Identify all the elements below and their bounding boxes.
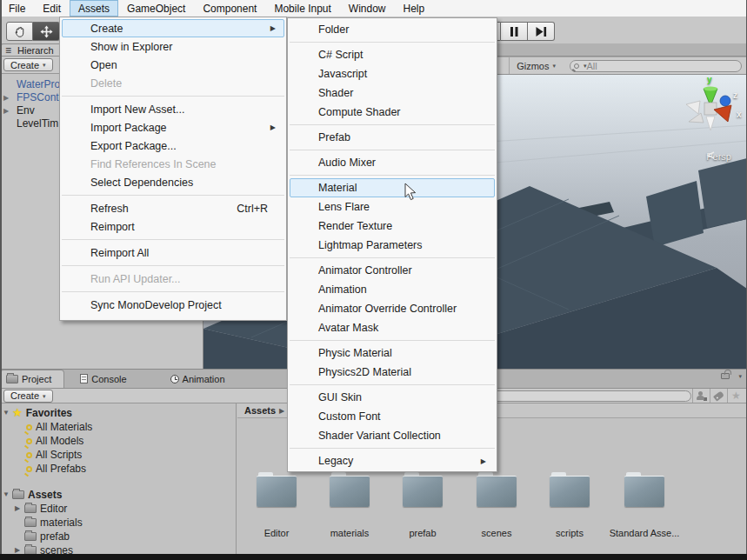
menu-separator xyxy=(62,265,284,266)
favorites-item-label: All Prefabs xyxy=(36,462,86,476)
menu-assets[interactable]: Assets xyxy=(70,0,118,17)
menu-item-label: Find References In Scene xyxy=(90,158,217,170)
menu-item-refresh[interactable]: Refresh Ctrl+R xyxy=(62,199,284,217)
menu-item-label: Avatar Mask xyxy=(318,322,378,334)
menu-item-import-new-asset[interactable]: Import New Asset... xyxy=(62,100,284,118)
menu-separator xyxy=(290,384,495,385)
foldout-closed-icon[interactable]: ▶ xyxy=(3,91,9,104)
menu-item-material[interactable]: Material xyxy=(290,178,495,197)
asset-folder-prefab[interactable]: prefab xyxy=(386,472,459,538)
menu-item-compute-shader[interactable]: Compute Shader xyxy=(290,103,495,122)
menu-item-physic-material[interactable]: Physic Material xyxy=(290,343,495,363)
menu-edit[interactable]: Edit xyxy=(34,0,70,17)
menu-item-sync-monodevelop-project[interactable]: Sync MonoDevelop Project xyxy=(62,296,284,314)
menu-item-gui-skin[interactable]: GUI Skin xyxy=(290,388,495,407)
menu-item-reimport[interactable]: Reimport xyxy=(62,217,284,236)
menu-item-label: Refresh xyxy=(90,203,129,215)
tree-item-editor[interactable]: ▶ Editor xyxy=(0,502,236,516)
asset-folder-editor[interactable]: Editor xyxy=(240,472,313,538)
menu-component[interactable]: Component xyxy=(194,0,265,17)
menu-item-csharp-script[interactable]: C# Script xyxy=(290,45,495,64)
foldout-closed-icon[interactable]: ▶ xyxy=(15,543,20,554)
menu-item-physics2d-material[interactable]: Physics2D Material xyxy=(290,363,495,382)
pause-button[interactable] xyxy=(501,22,528,41)
assets-root[interactable]: ▼ Assets xyxy=(0,488,236,502)
menu-item-folder[interactable]: Folder xyxy=(290,20,495,39)
foldout-closed-icon[interactable]: ▶ xyxy=(3,104,9,117)
breadcrumb-arrow-icon: ▶ xyxy=(279,407,284,415)
menu-item-shader-variant-collection[interactable]: Shader Variant Collection xyxy=(290,426,495,445)
menu-item-lightmap-parameters[interactable]: Lightmap Parameters xyxy=(290,236,495,255)
asset-folder-materials[interactable]: materials xyxy=(313,472,386,538)
move-tool-button[interactable] xyxy=(33,22,60,41)
menu-gameobject[interactable]: GameObject xyxy=(118,0,194,17)
panel-menu-caret-icon[interactable]: ▾ xyxy=(738,373,742,379)
orientation-gizmo[interactable]: y z x xyxy=(677,78,742,144)
asset-folder-scenes[interactable]: scenes xyxy=(460,472,533,538)
menu-window[interactable]: Window xyxy=(340,0,395,17)
menu-item-lens-flare[interactable]: Lens Flare xyxy=(290,197,495,217)
foldout-open-icon[interactable]: ▼ xyxy=(3,488,10,502)
menu-item-prefab[interactable]: Prefab xyxy=(290,128,495,147)
menu-mobile-input[interactable]: Mobile Input xyxy=(265,0,339,17)
tree-item-label: prefab xyxy=(40,530,70,543)
foldout-closed-icon[interactable]: ▶ xyxy=(15,502,20,516)
tree-item-materials[interactable]: materials xyxy=(0,516,236,530)
menu-item-label: Lens Flare xyxy=(318,201,370,213)
menu-item-open[interactable]: Open xyxy=(62,56,284,74)
menu-label: Help xyxy=(404,3,425,15)
asset-folder-scripts[interactable]: scripts xyxy=(533,472,606,538)
menu-item-custom-font[interactable]: Custom Font xyxy=(290,407,495,426)
tab-hierarchy[interactable]: ≡ Hierarch xyxy=(0,43,63,56)
menu-item-animator-override-controller[interactable]: Animator Override Controller xyxy=(290,299,495,318)
scene-search-input[interactable]: ▾ All xyxy=(570,60,742,72)
search-by-label-button[interactable] xyxy=(710,389,727,403)
foldout-open-icon[interactable]: ▼ xyxy=(3,406,10,420)
asset-folder-standard-assets[interactable]: Standard Asse... xyxy=(608,472,681,538)
menu-item-animation[interactable]: Animation xyxy=(290,280,495,299)
favorites-item-all-models[interactable]: All Models xyxy=(0,434,236,448)
folder-icon xyxy=(477,472,517,507)
favorites-item-all-scripts[interactable]: All Scripts xyxy=(0,448,236,462)
persp-indicator[interactable]: Persp xyxy=(706,151,731,162)
favorites-item-all-materials[interactable]: All Materials xyxy=(0,420,236,434)
menu-item-audio-mixer[interactable]: Audio Mixer xyxy=(290,153,495,172)
menu-item-create[interactable]: Create ▶ xyxy=(62,19,284,37)
menu-separator xyxy=(62,96,284,97)
tab-animation[interactable]: Animation xyxy=(165,370,237,388)
menu-item-show-in-explorer[interactable]: Show in Explorer xyxy=(62,37,284,56)
hierarchy-create-button[interactable]: Create ▾ xyxy=(3,58,53,71)
favorites-item-all-prefabs[interactable]: All Prefabs xyxy=(0,462,236,476)
menu-item-reimport-all[interactable]: Reimport All xyxy=(62,243,284,262)
search-by-type-button[interactable] xyxy=(692,389,710,403)
menu-item-shader[interactable]: Shader xyxy=(290,83,495,103)
lock-icon[interactable] xyxy=(721,373,730,379)
move-icon xyxy=(40,25,53,38)
hierarchy-item-label: WaterPro xyxy=(17,78,60,90)
tree-item-prefab[interactable]: prefab xyxy=(0,530,236,543)
hand-tool-button[interactable] xyxy=(6,22,33,41)
tab-project[interactable]: Project xyxy=(0,370,64,388)
menu-item-javascript[interactable]: Javascript xyxy=(290,64,495,83)
menu-help[interactable]: Help xyxy=(395,0,434,17)
menu-item-avatar-mask[interactable]: Avatar Mask xyxy=(290,318,495,337)
menu-item-legacy[interactable]: Legacy ▶ xyxy=(290,451,495,470)
step-button[interactable] xyxy=(528,22,555,41)
gizmos-dropdown[interactable]: Gizmos ▾ xyxy=(509,57,563,74)
menu-item-import-package[interactable]: Import Package ▶ xyxy=(62,118,284,137)
menu-item-export-package[interactable]: Export Package... xyxy=(62,137,284,155)
menu-item-select-dependencies[interactable]: Select Dependencies xyxy=(62,173,284,191)
breadcrumb-label[interactable]: Assets xyxy=(244,405,276,416)
favorites-root[interactable]: ▼ ★ Favorites xyxy=(0,406,236,420)
menu-file[interactable]: File xyxy=(0,0,34,17)
tree-item-scenes[interactable]: ▶ scenes xyxy=(0,543,236,554)
submenu-arrow-icon: ▶ xyxy=(481,457,486,465)
tag-icon xyxy=(713,390,724,401)
project-create-button[interactable]: Create ▾ xyxy=(3,390,53,403)
pause-icon xyxy=(509,26,519,37)
menu-item-animator-controller[interactable]: Animator Controller xyxy=(290,261,495,280)
menu-item-label: Custom Font xyxy=(318,410,381,423)
favorite-search-button[interactable]: ★ xyxy=(727,389,744,403)
menu-item-render-texture[interactable]: Render Texture xyxy=(290,217,495,236)
tab-console[interactable]: Console xyxy=(75,370,138,388)
